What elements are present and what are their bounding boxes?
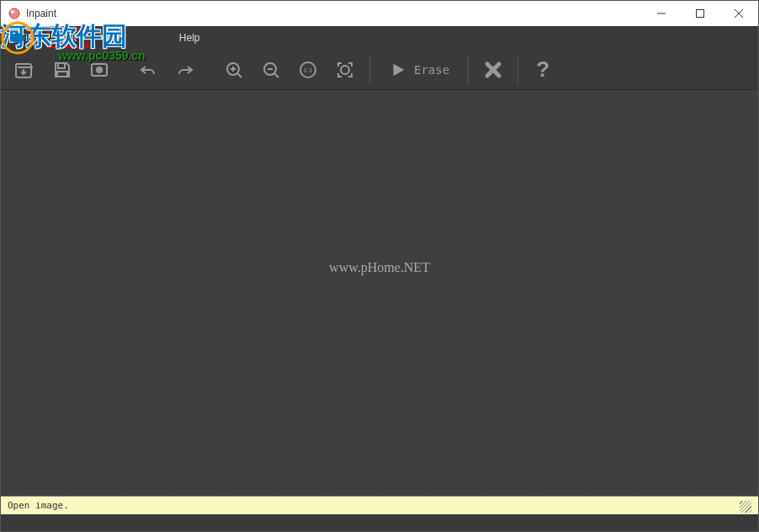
toolbar-separator xyxy=(369,55,370,85)
erase-button[interactable]: Erase xyxy=(377,53,461,87)
redo-button[interactable] xyxy=(167,53,203,87)
save-button[interactable] xyxy=(45,53,80,87)
undo-button[interactable] xyxy=(130,53,166,87)
menu-help[interactable]: Help xyxy=(167,28,212,48)
toolbar-separator xyxy=(518,55,518,85)
zoom-fit-button[interactable] xyxy=(327,53,363,87)
minimize-button[interactable] xyxy=(642,1,681,26)
menu-view[interactable]: View xyxy=(88,28,134,48)
menu-file[interactable]: File xyxy=(8,28,47,48)
erase-label: Erase xyxy=(414,63,449,77)
toolbar-separator xyxy=(468,55,469,85)
window-controls xyxy=(642,1,758,26)
statusbar: Open image. xyxy=(1,496,758,514)
zoom-in-button[interactable] xyxy=(216,53,252,87)
canvas-area[interactable]: www.pHome.NET xyxy=(1,90,758,496)
canvas-watermark: www.pHome.NET xyxy=(329,260,430,275)
svg-rect-3 xyxy=(697,10,704,18)
svg-line-15 xyxy=(274,73,279,77)
toolbar: 1:1 Erase ? xyxy=(1,50,758,90)
svg-point-19 xyxy=(341,66,349,74)
maximize-button[interactable] xyxy=(681,1,719,26)
menu-edit[interactable]: Edit xyxy=(47,28,88,48)
cancel-button[interactable] xyxy=(475,53,511,87)
zoom-out-button[interactable] xyxy=(253,53,289,87)
close-button[interactable] xyxy=(719,1,758,26)
status-text: Open image. xyxy=(8,500,740,511)
open-button[interactable] xyxy=(8,53,43,87)
help-button[interactable]: ? xyxy=(525,53,560,87)
svg-line-11 xyxy=(237,73,242,77)
svg-point-0 xyxy=(9,8,19,19)
resize-grip[interactable] xyxy=(740,501,751,513)
titlebar: Inpaint xyxy=(1,1,758,26)
menubar: 河东软件园 www.pc0359.cn File Edit View Help xyxy=(1,26,758,50)
zoom-actual-button[interactable]: 1:1 xyxy=(290,53,326,87)
app-window: Inpaint 河东软件园 www.pc0359.cn File Edit Vi… xyxy=(0,0,759,532)
bottom-bar xyxy=(1,514,758,531)
svg-text:1:1: 1:1 xyxy=(303,66,313,74)
window-title: Inpaint xyxy=(26,8,642,19)
preview-button[interactable] xyxy=(82,53,117,87)
svg-point-1 xyxy=(11,10,14,13)
svg-point-9 xyxy=(98,69,100,71)
app-icon xyxy=(8,7,21,20)
